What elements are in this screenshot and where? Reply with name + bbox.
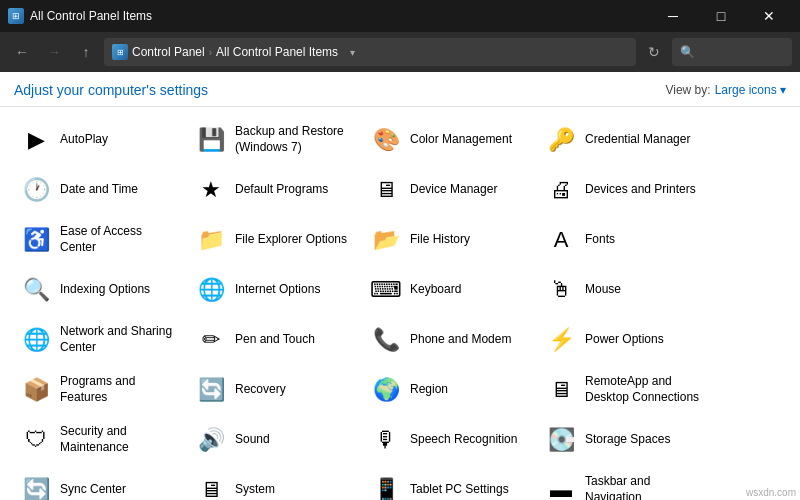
close-button[interactable]: ✕	[746, 0, 792, 32]
cp-icon-indexing: 🔍	[20, 274, 52, 306]
cp-icon-security: 🛡	[20, 424, 52, 456]
refresh-button[interactable]: ↻	[640, 38, 668, 66]
cp-item-security[interactable]: 🛡 Security and Maintenance	[10, 415, 185, 465]
title-bar: ⊞ All Control Panel Items ─ □ ✕	[0, 0, 800, 32]
cp-label-storage: Storage Spaces	[585, 432, 670, 448]
cp-item-indexing[interactable]: 🔍 Indexing Options	[10, 265, 185, 315]
content-area: Adjust your computer's settings View by:…	[0, 72, 800, 500]
cp-icon-speech: 🎙	[370, 424, 402, 456]
cp-item-file-history[interactable]: 📂 File History	[360, 215, 535, 265]
cp-icon-sound: 🔊	[195, 424, 227, 456]
watermark: wsxdn.com	[746, 487, 796, 498]
cp-icon-mouse: 🖱	[545, 274, 577, 306]
cp-label-keyboard: Keyboard	[410, 282, 461, 298]
cp-label-network: Network and Sharing Center	[60, 324, 175, 355]
cp-item-storage[interactable]: 💽 Storage Spaces	[535, 415, 710, 465]
cp-icon-region: 🌍	[370, 374, 402, 406]
cp-icon-system: 🖥	[195, 474, 227, 500]
cp-item-region[interactable]: 🌍 Region	[360, 365, 535, 415]
search-box[interactable]: 🔍	[672, 38, 792, 66]
cp-item-internet-opts[interactable]: 🌐 Internet Options	[185, 265, 360, 315]
cp-icon-network: 🌐	[20, 324, 52, 356]
cp-item-default-progs[interactable]: ★ Default Programs	[185, 165, 360, 215]
cp-item-network[interactable]: 🌐 Network and Sharing Center	[10, 315, 185, 365]
content-header: Adjust your computer's settings View by:…	[0, 72, 800, 107]
up-button[interactable]: ↑	[72, 38, 100, 66]
cp-item-credential[interactable]: 🔑 Credential Manager	[535, 115, 710, 165]
cp-label-power: Power Options	[585, 332, 664, 348]
cp-item-system[interactable]: 🖥 System	[185, 465, 360, 500]
address-dropdown-button[interactable]: ▾	[342, 38, 362, 66]
cp-item-date-time[interactable]: 🕐 Date and Time	[10, 165, 185, 215]
cp-label-autoplay: AutoPlay	[60, 132, 108, 148]
view-by-value[interactable]: Large icons ▾	[715, 83, 786, 97]
cp-label-device-mgr: Device Manager	[410, 182, 497, 198]
cp-icon-default-progs: ★	[195, 174, 227, 206]
cp-icon-phone-modem: 📞	[370, 324, 402, 356]
cp-item-power[interactable]: ⚡ Power Options	[535, 315, 710, 365]
cp-icon-file-explorer: 📁	[195, 224, 227, 256]
cp-item-keyboard[interactable]: ⌨ Keyboard	[360, 265, 535, 315]
cp-item-taskbar[interactable]: ▬ Taskbar and Navigation	[535, 465, 710, 500]
cp-icon-credential: 🔑	[545, 124, 577, 156]
cp-item-autoplay[interactable]: ▶ AutoPlay	[10, 115, 185, 165]
cp-item-programs[interactable]: 📦 Programs and Features	[10, 365, 185, 415]
cp-label-pen-touch: Pen and Touch	[235, 332, 315, 348]
cp-icon-power: ⚡	[545, 324, 577, 356]
cp-item-sound[interactable]: 🔊 Sound	[185, 415, 360, 465]
cp-item-backup[interactable]: 💾 Backup and Restore (Windows 7)	[185, 115, 360, 165]
cp-item-phone-modem[interactable]: 📞 Phone and Modem	[360, 315, 535, 365]
cp-label-file-history: File History	[410, 232, 470, 248]
search-icon: 🔍	[680, 45, 695, 59]
cp-icon-fonts: A	[545, 224, 577, 256]
cp-label-security: Security and Maintenance	[60, 424, 175, 455]
cp-item-color-mgmt[interactable]: 🎨 Color Management	[360, 115, 535, 165]
items-grid: ▶ AutoPlay 💾 Backup and Restore (Windows…	[0, 107, 800, 500]
cp-item-file-explorer[interactable]: 📁 File Explorer Options	[185, 215, 360, 265]
cp-label-fonts: Fonts	[585, 232, 615, 248]
cp-item-devices-printers[interactable]: 🖨 Devices and Printers	[535, 165, 710, 215]
back-button[interactable]: ←	[8, 38, 36, 66]
minimize-button[interactable]: ─	[650, 0, 696, 32]
address-chevron: ›	[209, 47, 212, 58]
title-bar-left: ⊞ All Control Panel Items	[8, 8, 152, 24]
cp-item-tablet-pc[interactable]: 📱 Tablet PC Settings	[360, 465, 535, 500]
cp-item-pen-touch[interactable]: ✏ Pen and Touch	[185, 315, 360, 365]
address-part1: Control Panel	[132, 45, 205, 59]
cp-icon-programs: 📦	[20, 374, 52, 406]
window-title: All Control Panel Items	[30, 9, 152, 23]
maximize-button[interactable]: □	[698, 0, 744, 32]
view-by-control: View by: Large icons ▾	[665, 83, 786, 97]
cp-item-ease-access[interactable]: ♿ Ease of Access Center	[10, 215, 185, 265]
cp-label-indexing: Indexing Options	[60, 282, 150, 298]
cp-icon-ease-access: ♿	[20, 224, 52, 256]
cp-label-sync: Sync Center	[60, 482, 126, 498]
nav-bar: ← → ↑ ⊞ Control Panel › All Control Pane…	[0, 32, 800, 72]
cp-label-default-progs: Default Programs	[235, 182, 328, 198]
cp-icon-recovery: 🔄	[195, 374, 227, 406]
cp-icon-pen-touch: ✏	[195, 324, 227, 356]
cp-icon-storage: 💽	[545, 424, 577, 456]
cp-label-tablet-pc: Tablet PC Settings	[410, 482, 509, 498]
address-bar-icon: ⊞	[112, 44, 128, 60]
cp-item-recovery[interactable]: 🔄 Recovery	[185, 365, 360, 415]
forward-button[interactable]: →	[40, 38, 68, 66]
cp-item-device-mgr[interactable]: 🖥 Device Manager	[360, 165, 535, 215]
cp-label-ease-access: Ease of Access Center	[60, 224, 175, 255]
cp-icon-autoplay: ▶	[20, 124, 52, 156]
cp-label-taskbar: Taskbar and Navigation	[585, 474, 700, 500]
cp-item-remoteapp[interactable]: 🖥 RemoteApp and Desktop Connections	[535, 365, 710, 415]
cp-icon-taskbar: ▬	[545, 474, 577, 500]
cp-label-devices-printers: Devices and Printers	[585, 182, 696, 198]
cp-item-sync[interactable]: 🔄 Sync Center	[10, 465, 185, 500]
app-icon: ⊞	[8, 8, 24, 24]
address-bar[interactable]: ⊞ Control Panel › All Control Panel Item…	[104, 38, 636, 66]
cp-label-credential: Credential Manager	[585, 132, 690, 148]
address-part2: All Control Panel Items	[216, 45, 338, 59]
cp-item-mouse[interactable]: 🖱 Mouse	[535, 265, 710, 315]
cp-item-fonts[interactable]: A Fonts	[535, 215, 710, 265]
cp-icon-date-time: 🕐	[20, 174, 52, 206]
cp-label-remoteapp: RemoteApp and Desktop Connections	[585, 374, 700, 405]
cp-item-speech[interactable]: 🎙 Speech Recognition	[360, 415, 535, 465]
cp-label-speech: Speech Recognition	[410, 432, 517, 448]
